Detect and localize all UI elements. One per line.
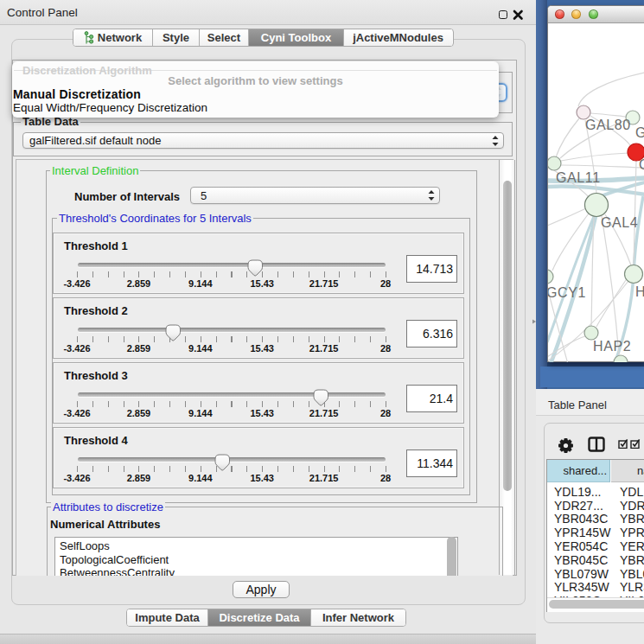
svg-text:HA: HA [635,284,644,299]
svg-text:CY: CY [639,157,644,172]
svg-text:GAL4: GAL4 [601,215,638,230]
svg-text:HAP2: HAP2 [593,339,631,354]
svg-text:GCY1: GCY1 [548,285,586,300]
svg-text:GAL80: GAL80 [585,118,631,132]
svg-text:GA: GA [635,125,644,140]
svg-text:GAL11: GAL11 [556,170,601,185]
